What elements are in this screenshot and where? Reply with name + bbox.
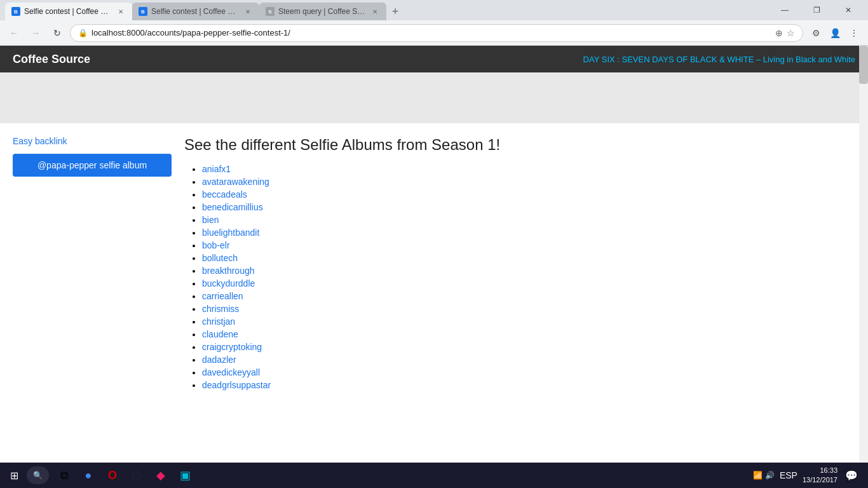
album-link[interactable]: carrieallen [202,291,243,301]
tab-2-close[interactable]: ✕ [243,6,253,17]
taskbar-app-opera[interactable]: O [101,464,124,487]
album-link[interactable]: claudene [202,329,238,339]
list-item: carrieallen [202,291,855,301]
tab-1-favicon: B [11,7,20,16]
lock-icon: 🔒 [78,29,88,37]
taskbar-app-taskview[interactable]: ⧉ [53,464,76,487]
list-item: aniafx1 [202,164,855,174]
tabs-container: B Selfie contest | Coffee So... ✕ B Self… [5,0,770,20]
taskbar-apps: ⧉ ● O ⬡ ◆ ▣ [53,464,196,487]
album-link[interactable]: bluelightbandit [202,227,259,238]
maximize-button[interactable]: ❐ [802,0,831,20]
language-indicator: ESP [780,470,797,480]
sound-icon: 🔊 [765,471,775,480]
list-item: chrismiss [202,304,855,314]
taskbar-app-steam[interactable]: ⬡ [125,464,148,487]
toolbar-icons: ⚙ 👤 ⋮ [807,24,863,42]
extensions-icon[interactable]: ⚙ [807,24,825,42]
search-icon: 🔍 [33,471,43,480]
album-link[interactable]: davedickeyyall [202,367,260,377]
scrollbar[interactable] [859,46,868,463]
list-item: craigcryptoking [202,342,855,352]
taskbar-clock[interactable]: 16:33 13/12/2017 [803,466,837,485]
url-icons: ⊕ ☆ [775,28,795,38]
album-link[interactable]: buckydurddle [202,278,255,288]
profile-icon[interactable]: 👤 [826,24,844,42]
tab-2-title: Selfie contest | Coffee So... [151,7,239,16]
tab-1-close[interactable]: ✕ [116,6,126,17]
back-button[interactable]: ← [5,24,23,42]
site-logo: Coffee Source [13,53,90,66]
header-announcement[interactable]: DAY SIX : SEVEN DAYS OF BLACK & WHITE – … [583,55,855,64]
url-bar[interactable]: 🔒 localhost:8000/accounts/papa-pepper-se… [70,24,803,42]
taskbar-app-6[interactable]: ▣ [173,464,196,487]
taskbar-system-icons: 📶 🔊 [753,471,775,480]
address-bar: ← → ↻ 🔒 localhost:8000/accounts/papa-pep… [0,20,868,46]
translate-icon[interactable]: ⊕ [775,28,783,38]
gray-banner [0,72,868,123]
taskbar: ⊞ 🔍 ⧉ ● O ⬡ ◆ ▣ 📶 🔊 ESP 16:33 13/12/2017… [0,463,868,488]
album-link[interactable]: breakthrough [202,266,255,276]
album-button[interactable]: @papa-pepper selfie album [13,154,172,177]
new-tab-button[interactable]: + [386,3,404,20]
album-link[interactable]: beccadeals [202,189,247,200]
album-link[interactable]: bob-elr [202,240,230,250]
tab-3-title: Steem query | Coffee So... [278,7,366,16]
list-item: buckydurddle [202,278,855,288]
list-item: bien [202,215,855,225]
network-icon: 📶 [753,471,763,480]
list-item: benedicamillius [202,202,855,212]
album-list: aniafx1avatarawakeningbeccadealsbenedica… [184,164,855,390]
scrollbar-thumb[interactable] [859,46,868,84]
list-item: breakthrough [202,266,855,276]
album-link[interactable]: dadazler [202,355,236,365]
album-link[interactable]: craigcryptoking [202,342,262,352]
content-area: See the different Selfie Albums from Sea… [184,136,855,393]
tab-1-title: Selfie contest | Coffee So... [24,7,112,16]
taskbar-date-value: 13/12/2017 [803,475,837,485]
album-link[interactable]: deadgrlsuppastar [202,380,271,390]
menu-icon[interactable]: ⋮ [845,24,863,42]
bookmark-icon[interactable]: ☆ [787,28,795,38]
minimize-button[interactable]: — [770,0,799,20]
album-link[interactable]: chrismiss [202,304,239,314]
tab-2[interactable]: B Selfie contest | Coffee So... ✕ [132,3,259,20]
window-controls: — ❐ ✕ [770,0,863,20]
list-item: avatarawakening [202,177,855,187]
list-item: bluelightbandit [202,227,855,238]
taskbar-time-value: 16:33 [803,466,837,475]
section-title: See the different Selfie Albums from Sea… [184,136,855,154]
list-item: davedickeyyall [202,367,855,377]
tab-3-favicon: S [266,7,275,16]
sidebar: Easy backlink @papa-pepper selfie album [13,136,172,393]
tab-1[interactable]: B Selfie contest | Coffee So... ✕ [5,3,132,20]
taskbar-search[interactable]: 🔍 [27,466,49,484]
album-link[interactable]: aniafx1 [202,164,231,174]
album-link[interactable]: benedicamillius [202,202,263,212]
album-link[interactable]: bollutech [202,253,238,263]
album-link[interactable]: bien [202,215,219,225]
album-link[interactable]: avatarawakening [202,177,269,187]
notification-icon[interactable]: 💬 [843,466,860,484]
list-item: deadgrlsuppastar [202,380,855,390]
taskbar-right: 📶 🔊 ESP 16:33 13/12/2017 💬 [753,466,865,485]
list-item: dadazler [202,355,855,365]
album-link[interactable]: christjan [202,316,235,327]
taskbar-app-chrome[interactable]: ● [77,464,100,487]
reload-button[interactable]: ↻ [48,24,66,42]
easy-backlink[interactable]: Easy backlink [13,136,172,146]
site-header: Coffee Source DAY SIX : SEVEN DAYS OF BL… [0,46,868,72]
close-button[interactable]: ✕ [834,0,863,20]
list-item: bob-elr [202,240,855,250]
tab-3[interactable]: S Steem query | Coffee So... ✕ [259,3,386,20]
title-bar: B Selfie contest | Coffee So... ✕ B Self… [0,0,868,20]
start-button[interactable]: ⊞ [3,464,25,487]
forward-button[interactable]: → [27,24,44,42]
tab-3-close[interactable]: ✕ [370,6,380,17]
page-content: Coffee Source DAY SIX : SEVEN DAYS OF BL… [0,46,868,463]
list-item: christjan [202,316,855,327]
taskbar-app-5[interactable]: ◆ [149,464,172,487]
list-item: beccadeals [202,189,855,200]
main-content: Easy backlink @papa-pepper selfie album … [0,123,868,405]
list-item: claudene [202,329,855,339]
